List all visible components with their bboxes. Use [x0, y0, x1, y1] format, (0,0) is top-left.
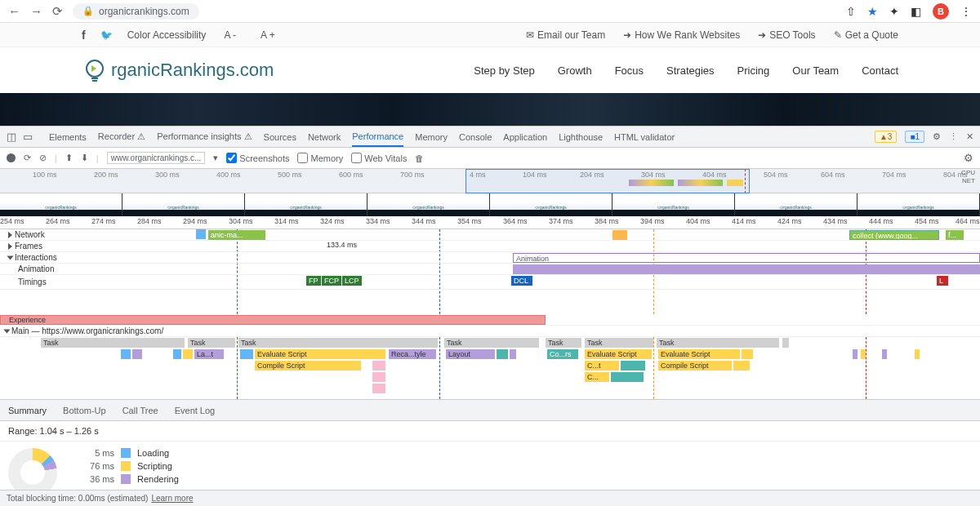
reload-icon[interactable]: ⟳: [52, 4, 63, 19]
memory-checkbox[interactable]: Memory: [297, 153, 343, 163]
nav-growth[interactable]: Growth: [558, 64, 592, 77]
tab-html-validator[interactable]: HTML validator: [614, 128, 675, 146]
summary-tab[interactable]: Summary: [8, 406, 47, 415]
tab-elements[interactable]: Elements: [49, 128, 87, 146]
extensions-icon[interactable]: ✦: [889, 5, 899, 18]
devtools-panel: ◫ ▭ Elements Recorder ⚠ Performance insi…: [0, 126, 980, 506]
network-track[interactable]: Network anic-ma... collect (www.goog... …: [0, 229, 980, 241]
screenshot-thumbnails[interactable]: ⊙rganicRankings ⊙rganicRankings ⊙rganicR…: [0, 193, 980, 216]
nav-focus[interactable]: Focus: [615, 64, 644, 77]
frames-track[interactable]: Frames 133.4 ms: [0, 241, 980, 252]
collapse-icon[interactable]: [4, 329, 11, 333]
facebook-icon[interactable]: f: [82, 29, 86, 42]
main-thread-section: Main — https://www.organicrankings.com/ …: [0, 326, 980, 400]
learn-more-link[interactable]: Learn more: [151, 494, 193, 503]
color-accessibility-link[interactable]: Color Accessibility: [127, 29, 207, 41]
timings-track[interactable]: Timings FP FCP LCP DCL L: [0, 275, 980, 290]
font-increase-button[interactable]: A +: [254, 28, 282, 42]
panel-icon[interactable]: ◧: [911, 5, 921, 18]
nav-contact[interactable]: Contact: [862, 64, 898, 77]
url-text: organicrankings.com: [99, 6, 189, 17]
back-icon[interactable]: ←: [8, 4, 20, 18]
record-button[interactable]: [7, 153, 16, 162]
how-we-rank-link[interactable]: ➜ How We Rank Websites: [623, 29, 740, 41]
flame-chart[interactable]: Task Task Task Task Task Task Task La...…: [0, 337, 980, 399]
bottom-up-tab[interactable]: Bottom-Up: [63, 406, 106, 415]
interactions-track[interactable]: Interactions Animation: [0, 252, 980, 264]
collapse-icon[interactable]: [7, 255, 14, 260]
nav-strategies[interactable]: Strategies: [666, 64, 715, 77]
email-team-link[interactable]: ✉ Email our Team: [526, 29, 605, 41]
nav-our-team[interactable]: Our Team: [792, 64, 839, 77]
blocking-time-footer: Total blocking time: 0.00ms (estimated) …: [0, 490, 980, 506]
lock-icon: 🔒: [82, 6, 94, 16]
reload-record-icon[interactable]: ⟳: [24, 153, 31, 163]
device-toggle-icon[interactable]: ▭: [23, 131, 33, 143]
tab-recorder[interactable]: Recorder ⚠: [98, 127, 145, 146]
settings-gear-icon[interactable]: ⚙: [933, 131, 941, 142]
logo-text: rganicRankings.com: [111, 60, 274, 81]
experience-track[interactable]: Experience: [0, 314, 980, 326]
web-vitals-checkbox[interactable]: Web Vitals: [351, 153, 407, 163]
detail-ruler[interactable]: 254 ms 264 ms 274 ms 284 ms 294 ms 304 m…: [0, 216, 980, 229]
animation-track[interactable]: Animation: [0, 264, 980, 275]
clear-icon[interactable]: ⊘: [39, 153, 47, 163]
load-profile-icon[interactable]: ⬆: [65, 153, 73, 163]
tab-network[interactable]: Network: [308, 128, 341, 146]
main-nav: Step by Step Growth Focus Strategies Pri…: [474, 64, 898, 77]
scripting-swatch: [121, 461, 131, 471]
rendering-swatch: [121, 474, 131, 484]
share-icon[interactable]: ⇧: [846, 5, 856, 18]
nav-step-by-step[interactable]: Step by Step: [474, 64, 534, 77]
expand-icon[interactable]: [8, 232, 12, 238]
range-text: Range: 1.04 s – 1.26 s: [0, 421, 980, 442]
seo-tools-link[interactable]: ➜ SEO Tools: [758, 29, 815, 41]
tab-sources[interactable]: Sources: [264, 128, 296, 146]
close-devtools-icon[interactable]: ✕: [966, 131, 973, 142]
hero-background: [0, 93, 980, 126]
overview-timeline[interactable]: 100 ms 200 ms 300 ms 400 ms 500 ms 600 m…: [0, 169, 980, 193]
warnings-badge[interactable]: ▲3: [875, 131, 897, 143]
bookmark-star-icon[interactable]: ★: [867, 5, 878, 18]
main-thread-header[interactable]: Main — https://www.organicrankings.com/: [0, 326, 980, 337]
trash-icon[interactable]: 🗑: [415, 153, 424, 163]
font-decrease-button[interactable]: A -: [217, 28, 243, 42]
screenshots-checkbox[interactable]: Screenshots: [226, 153, 289, 163]
site-logo[interactable]: rganicRankings.com: [82, 57, 274, 83]
profile-avatar[interactable]: B: [933, 3, 949, 20]
logo-bulb-icon: [82, 57, 108, 83]
recording-select[interactable]: www.organicrankings.c...: [107, 152, 206, 164]
nav-pricing[interactable]: Pricing: [737, 64, 770, 77]
tab-memory[interactable]: Memory: [415, 128, 448, 146]
chrome-menu-icon[interactable]: ⋮: [960, 5, 972, 18]
call-tree-tab[interactable]: Call Tree: [122, 406, 158, 415]
expand-icon[interactable]: [8, 243, 12, 250]
inspect-icon[interactable]: ◫: [7, 131, 16, 143]
event-log-tab[interactable]: Event Log: [175, 406, 216, 415]
tab-lighthouse[interactable]: Lighthouse: [559, 128, 603, 146]
get-quote-link[interactable]: ✎ Get a Quote: [834, 29, 898, 41]
capture-settings-icon[interactable]: ⚙: [964, 152, 973, 164]
forward-icon[interactable]: →: [30, 4, 42, 18]
loading-swatch: [121, 448, 131, 458]
save-profile-icon[interactable]: ⬇: [81, 153, 88, 163]
tab-console[interactable]: Console: [459, 128, 492, 146]
tab-performance-insights[interactable]: Performance insights ⚠: [157, 127, 252, 146]
tab-performance[interactable]: Performance: [352, 127, 403, 147]
issues-badge[interactable]: ■1: [905, 131, 924, 143]
devtools-menu-icon[interactable]: ⋮: [949, 131, 958, 142]
tab-application[interactable]: Application: [503, 128, 547, 146]
twitter-icon[interactable]: 🐦: [100, 29, 113, 41]
address-bar[interactable]: 🔒 organicrankings.com: [73, 3, 199, 20]
